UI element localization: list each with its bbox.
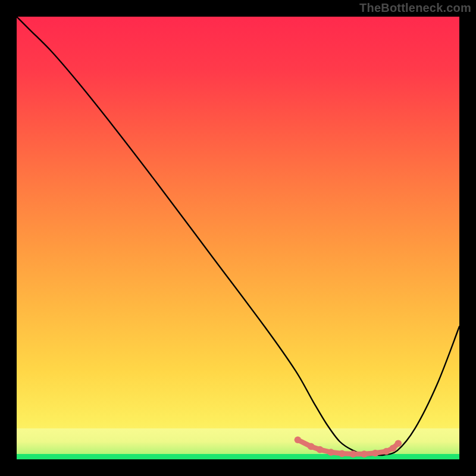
svg-point-4 <box>339 450 346 458</box>
chart-frame: TheBottleneck.com <box>0 0 476 476</box>
watermark-text: TheBottleneck.com <box>359 1 471 15</box>
svg-point-7 <box>372 450 379 457</box>
svg-point-6 <box>361 450 368 458</box>
svg-point-3 <box>327 449 334 456</box>
svg-point-10 <box>395 440 402 447</box>
chart-svg <box>17 17 459 459</box>
svg-point-1 <box>308 443 315 450</box>
curve-line <box>17 17 459 455</box>
svg-point-9 <box>390 445 397 452</box>
svg-point-0 <box>295 436 302 443</box>
plot-area <box>17 17 459 459</box>
svg-point-2 <box>317 446 324 453</box>
svg-point-8 <box>383 448 390 455</box>
svg-point-5 <box>350 450 357 458</box>
